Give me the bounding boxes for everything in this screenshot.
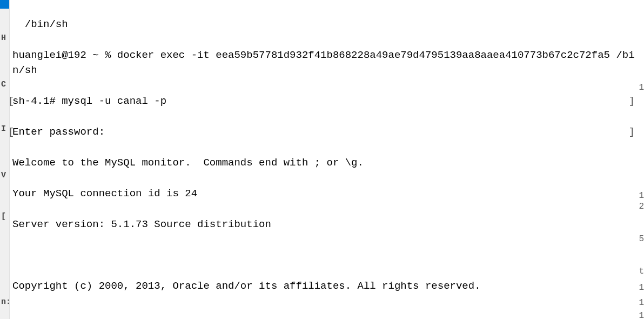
edge-glyph: 1	[639, 296, 644, 309]
edge-glyph: 1	[639, 81, 644, 94]
terminal-output[interactable]: /bin/sh huanglei@192 ~ % docker exec -it…	[11, 0, 636, 319]
terminal-blank	[12, 309, 636, 319]
edge-glyph: 1	[639, 281, 644, 294]
terminal-line: [sh-4.1# mysql -u canal -p]	[12, 94, 636, 109]
bracket-icon: [	[8, 94, 14, 109]
edge-glyph: t	[639, 265, 644, 278]
terminal-line: Welcome to the MySQL monitor. Commands e…	[12, 155, 636, 171]
terminal-line: [Enter password:]	[12, 124, 636, 140]
bracket-icon: [	[8, 124, 14, 140]
gutter-glyph: n:	[1, 296, 10, 309]
terminal-text: sh-4.1# mysql -u canal -p	[12, 95, 166, 107]
edge-glyph: 2	[639, 200, 644, 213]
terminal-line: Your MySQL connection id is 24	[12, 186, 636, 202]
edge-glyph: 5	[639, 232, 644, 245]
gutter-glyph: C	[1, 79, 6, 91]
terminal-line: Copyright (c) 2000, 2013, Oracle and/or …	[12, 278, 636, 294]
gutter-highlight	[0, 0, 10, 9]
terminal-line: Server version: 5.1.73 Source distributi…	[12, 217, 636, 232]
terminal-line: /bin/sh	[12, 17, 636, 32]
editor-gutter-left: HCIV[n:	[0, 0, 10, 319]
terminal-blank	[12, 248, 636, 263]
bracket-icon: ]	[629, 124, 635, 140]
gutter-glyph: H	[1, 32, 6, 45]
bracket-icon: ]	[629, 94, 635, 109]
editor-right-edge: 1125t111	[638, 0, 644, 319]
edge-glyph: 1	[639, 309, 644, 319]
terminal-line: huanglei@192 ~ % docker exec -it eea59b5…	[12, 48, 636, 78]
gutter-glyph: V	[1, 170, 6, 182]
terminal-text: Enter password:	[12, 126, 105, 138]
gutter-glyph: [	[1, 211, 6, 223]
gutter-glyph: I	[1, 123, 6, 136]
